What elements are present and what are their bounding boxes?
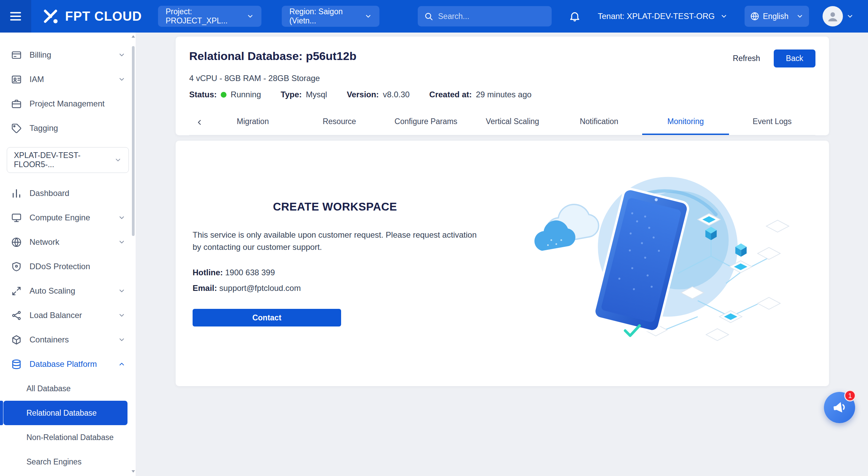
globe-icon [750,12,760,21]
chevron-down-icon [118,76,125,83]
sidebar-item-label: Relational Database [26,409,97,418]
contact-button[interactable]: Contact [193,309,341,326]
project-dropdown[interactable]: Project: PROJECT_XPL... [158,6,261,27]
version-label: Version: [347,90,379,99]
created-at-value: 29 minutes ago [476,90,531,99]
project-dropdown-label: Project: PROJECT_XPL... [165,7,241,25]
region-dropdown-label: Region: Saigon (Vietn... [289,7,359,25]
version-field: Version: v8.0.30 [347,90,410,99]
sidebar-item-label: Project Management [29,99,104,108]
fpt-cloud-logo-icon [41,7,60,25]
create-workspace-block: CREATE WORKSPACE This service is only av… [193,200,477,326]
search-icon [424,12,433,21]
sidebar-item-label: Dashboard [29,189,69,198]
database-detail-header: Relational Database: p56ut12b Refresh Ba… [176,37,829,135]
workspace-select-value: XPLAT-DEV-TEST-FLOOR5-... [14,151,114,169]
chevron-down-icon [118,312,125,319]
type-field: Type: Mysql [281,90,327,99]
sidebar-item-label: Billing [29,50,51,60]
tabs-scroll-left-button[interactable] [189,110,210,135]
bell-icon[interactable] [569,10,581,22]
notification-badge: 1 [844,390,856,401]
created-at-label: Created at: [429,90,472,99]
announcements-fab[interactable]: 1 [824,392,855,423]
email-line: Email: support@fptcloud.com [193,282,477,295]
chevron-down-icon [118,51,125,59]
sidebar-item-billing[interactable]: Billing [0,43,136,67]
sidebar-item-all-database[interactable]: All Database [3,376,127,401]
sidebar-item-containers[interactable]: Containers [0,328,136,352]
chevron-down-icon [796,13,804,20]
scroll-down-icon[interactable] [131,469,135,474]
chevron-down-icon [364,13,372,20]
chevron-down-icon [246,13,254,20]
type-value: Mysql [306,90,327,99]
sidebar-item-label: Tagging [29,123,58,133]
menu-icon[interactable] [0,0,31,33]
status-dot-icon [221,92,226,98]
sidebar-item-label: Non-Relational Database [26,433,114,442]
sidebar-item-label: DDoS Protection [29,262,90,271]
refresh-button[interactable]: Refresh [733,54,760,63]
instance-specs: 4 vCPU - 8GB RAM - 28GB Storage [189,74,815,83]
language-dropdown[interactable]: English [745,6,809,27]
fpt-cloud-logo[interactable]: FPT CLOUD [41,7,142,25]
chevron-down-icon [846,13,854,20]
sidebar-item-non-relational-database[interactable]: Non-Relational Database [3,425,127,450]
shield-icon [11,261,22,272]
sidebar-item-search-engines[interactable]: Search Engines [3,450,127,474]
region-dropdown[interactable]: Region: Saigon (Vietn... [282,6,379,27]
sidebar-scrollbar [131,35,135,474]
tab-event-logs[interactable]: Event Logs [729,110,815,135]
tag-icon [11,123,22,134]
workspace-illustration [524,174,792,353]
sidebar-item-database-platform[interactable]: Database Platform [0,352,136,376]
megaphone-icon [831,399,848,416]
status-value: Running [231,90,261,99]
sidebar-item-iam[interactable]: IAM [0,67,136,92]
database-icon [11,359,22,370]
email-label: Email: [193,283,217,293]
back-button[interactable]: Back [774,49,815,67]
tab-vertical-scaling[interactable]: Vertical Scaling [469,110,556,135]
tab-notification[interactable]: Notification [556,110,642,135]
chevron-down-icon [118,214,125,221]
sidebar-item-relational-database[interactable]: Relational Database [3,401,127,425]
search-input[interactable] [438,12,546,21]
tab-migration[interactable]: Migration [210,110,296,135]
main-content: Relational Database: p56ut12b Refresh Ba… [136,33,868,476]
status-field: Status: Running [189,90,261,99]
containers-icon [11,334,22,345]
sidebar-item-ddos-protection[interactable]: DDoS Protection [0,254,136,279]
billing-icon [11,49,22,61]
tab-monitoring[interactable]: Monitoring [642,110,729,135]
hotline-line: Hotline: 1900 638 399 [193,266,477,279]
sidebar-item-label: IAM [29,75,44,84]
hotline-value: 1900 638 399 [225,268,275,277]
tab-resource[interactable]: Resource [296,110,382,135]
chevron-up-icon [118,360,125,368]
sidebar-item-auto-scaling[interactable]: Auto Scaling [0,279,136,303]
tab-configure-params[interactable]: Configure Params [383,110,469,135]
user-menu[interactable] [823,6,854,26]
detail-tabs: Migration Resource Configure Params Vert… [189,110,815,135]
avatar-icon [823,6,843,26]
version-value: v8.0.30 [383,90,410,99]
sidebar-item-compute-engine[interactable]: Compute Engine [0,205,136,230]
workspace-title: CREATE WORKSPACE [193,200,477,213]
scroll-up-icon[interactable] [131,35,135,39]
sidebar-item-label: Compute Engine [29,213,90,222]
hotline-label: Hotline: [193,268,223,277]
auto-scaling-icon [11,285,22,297]
sidebar-item-project-management[interactable]: Project Management [0,92,136,116]
chevron-down-icon [118,238,125,246]
workspace-select[interactable]: XPLAT-DEV-TEST-FLOOR5-... [7,147,129,173]
sidebar-item-dashboard[interactable]: Dashboard [0,181,136,205]
network-icon [11,237,22,248]
tenant-dropdown[interactable]: Tenant: XPLAT-DEV-TEST-ORG [598,12,728,21]
sidebar-scrollbar-thumb[interactable] [132,46,135,236]
iam-icon [11,74,22,85]
sidebar-item-tagging[interactable]: Tagging [0,116,136,140]
sidebar-item-network[interactable]: Network [0,230,136,254]
sidebar-item-load-balancer[interactable]: Load Balancer [0,303,136,328]
